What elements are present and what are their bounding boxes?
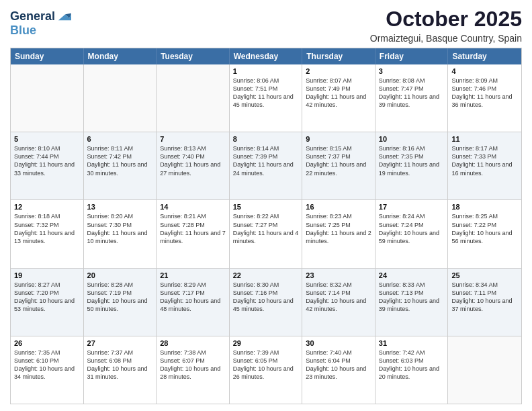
title-block: October 2025 Ormaiztegui, Basque Country… — [370, 7, 522, 44]
calendar-row-2: 12Sunrise: 8:18 AMSunset: 7:32 PMDayligh… — [11, 199, 521, 267]
day-cell-2: 2Sunrise: 8:07 AMSunset: 7:49 PMDaylight… — [302, 64, 375, 132]
day-cell-6: 6Sunrise: 8:11 AMSunset: 7:42 PMDaylight… — [84, 132, 157, 199]
day-number: 10 — [379, 135, 445, 143]
day-number: 18 — [451, 203, 518, 211]
day-number: 20 — [87, 271, 153, 279]
day-number: 7 — [160, 135, 226, 143]
day-number: 11 — [451, 135, 518, 143]
day-info: Sunrise: 8:30 AMSunset: 7:16 PMDaylight:… — [233, 281, 299, 314]
day-cell-28: 28Sunrise: 7:38 AMSunset: 6:07 PMDayligh… — [157, 336, 230, 404]
day-info: Sunrise: 8:24 AMSunset: 7:24 PMDaylight:… — [379, 212, 445, 245]
day-cell-26: 26Sunrise: 7:35 AMSunset: 6:10 PMDayligh… — [11, 336, 84, 404]
day-number: 27 — [87, 339, 153, 347]
day-number: 5 — [14, 135, 80, 143]
logo-blue: Blue — [10, 24, 71, 38]
calendar: SundayMondayTuesdayWednesdayThursdayFrid… — [10, 48, 522, 404]
day-number: 9 — [306, 135, 371, 143]
weekday-header-tuesday: Tuesday — [157, 48, 230, 64]
day-info: Sunrise: 8:28 AMSunset: 7:19 PMDaylight:… — [87, 281, 153, 314]
day-number: 8 — [233, 135, 299, 143]
day-number: 1 — [233, 67, 299, 75]
day-info: Sunrise: 8:08 AMSunset: 7:47 PMDaylight:… — [379, 77, 445, 109]
day-info: Sunrise: 7:38 AMSunset: 6:07 PMDaylight:… — [160, 349, 226, 381]
day-info: Sunrise: 8:09 AMSunset: 7:46 PMDaylight:… — [451, 77, 518, 109]
day-cell-13: 13Sunrise: 8:20 AMSunset: 7:30 PMDayligh… — [84, 200, 157, 267]
day-info: Sunrise: 8:23 AMSunset: 7:25 PMDaylight:… — [306, 212, 371, 245]
day-cell-1: 1Sunrise: 8:06 AMSunset: 7:51 PMDaylight… — [230, 64, 303, 132]
weekday-header-saturday: Saturday — [448, 48, 521, 64]
day-number: 13 — [87, 203, 153, 211]
day-info: Sunrise: 8:27 AMSunset: 7:20 PMDaylight:… — [14, 281, 80, 314]
calendar-row-4: 26Sunrise: 7:35 AMSunset: 6:10 PMDayligh… — [11, 336, 521, 404]
day-cell-7: 7Sunrise: 8:13 AMSunset: 7:40 PMDaylight… — [157, 132, 230, 199]
calendar-row-3: 19Sunrise: 8:27 AMSunset: 7:20 PMDayligh… — [11, 268, 521, 336]
day-number: 21 — [160, 271, 226, 279]
day-number: 16 — [306, 203, 371, 211]
day-number: 30 — [306, 339, 371, 347]
day-number: 6 — [87, 135, 153, 143]
day-info: Sunrise: 7:37 AMSunset: 6:08 PMDaylight:… — [87, 349, 153, 381]
calendar-header: SundayMondayTuesdayWednesdayThursdayFrid… — [11, 48, 521, 64]
day-cell-3: 3Sunrise: 8:08 AMSunset: 7:47 PMDaylight… — [375, 64, 449, 132]
day-cell-11: 11Sunrise: 8:17 AMSunset: 7:33 PMDayligh… — [448, 132, 521, 199]
day-info: Sunrise: 8:15 AMSunset: 7:37 PMDaylight:… — [306, 144, 371, 177]
empty-cell — [448, 336, 521, 404]
day-cell-27: 27Sunrise: 7:37 AMSunset: 6:08 PMDayligh… — [84, 336, 157, 404]
logo-text: General — [10, 10, 55, 24]
empty-cell — [157, 64, 230, 132]
day-cell-31: 31Sunrise: 7:42 AMSunset: 6:03 PMDayligh… — [375, 336, 449, 404]
location-title: Ormaiztegui, Basque Country, Spain — [370, 33, 522, 44]
day-info: Sunrise: 8:21 AMSunset: 7:28 PMDaylight:… — [160, 212, 226, 245]
day-cell-23: 23Sunrise: 8:32 AMSunset: 7:14 PMDayligh… — [302, 269, 375, 336]
weekday-header-monday: Monday — [84, 48, 157, 64]
day-number: 19 — [14, 271, 80, 279]
day-number: 3 — [379, 67, 445, 75]
day-number: 26 — [14, 339, 80, 347]
day-cell-29: 29Sunrise: 7:39 AMSunset: 6:05 PMDayligh… — [230, 336, 303, 404]
day-cell-9: 9Sunrise: 8:15 AMSunset: 7:37 PMDaylight… — [302, 132, 375, 199]
day-cell-8: 8Sunrise: 8:14 AMSunset: 7:39 PMDaylight… — [230, 132, 303, 199]
day-info: Sunrise: 8:25 AMSunset: 7:22 PMDaylight:… — [451, 212, 518, 245]
day-cell-14: 14Sunrise: 8:21 AMSunset: 7:28 PMDayligh… — [157, 200, 230, 267]
day-info: Sunrise: 8:17 AMSunset: 7:33 PMDaylight:… — [451, 144, 518, 177]
day-cell-5: 5Sunrise: 8:10 AMSunset: 7:44 PMDaylight… — [11, 132, 84, 199]
day-info: Sunrise: 8:33 AMSunset: 7:13 PMDaylight:… — [379, 281, 445, 314]
day-info: Sunrise: 8:14 AMSunset: 7:39 PMDaylight:… — [233, 144, 299, 177]
day-number: 25 — [451, 271, 518, 279]
day-number: 15 — [233, 203, 299, 211]
day-info: Sunrise: 8:22 AMSunset: 7:27 PMDaylight:… — [233, 212, 299, 245]
day-info: Sunrise: 7:40 AMSunset: 6:04 PMDaylight:… — [306, 349, 371, 381]
day-number: 2 — [306, 67, 371, 75]
logo-icon — [56, 9, 71, 24]
day-info: Sunrise: 8:07 AMSunset: 7:49 PMDaylight:… — [306, 77, 371, 109]
weekday-header-sunday: Sunday — [11, 48, 84, 64]
day-info: Sunrise: 8:32 AMSunset: 7:14 PMDaylight:… — [306, 281, 371, 314]
day-number: 22 — [233, 271, 299, 279]
calendar-row-1: 5Sunrise: 8:10 AMSunset: 7:44 PMDaylight… — [11, 132, 521, 199]
day-cell-15: 15Sunrise: 8:22 AMSunset: 7:27 PMDayligh… — [230, 200, 303, 267]
day-info: Sunrise: 8:06 AMSunset: 7:51 PMDaylight:… — [233, 77, 299, 109]
day-info: Sunrise: 8:18 AMSunset: 7:32 PMDaylight:… — [14, 212, 80, 245]
day-cell-22: 22Sunrise: 8:30 AMSunset: 7:16 PMDayligh… — [230, 269, 303, 336]
day-info: Sunrise: 8:29 AMSunset: 7:17 PMDaylight:… — [160, 281, 226, 314]
day-cell-18: 18Sunrise: 8:25 AMSunset: 7:22 PMDayligh… — [448, 200, 521, 267]
day-info: Sunrise: 8:10 AMSunset: 7:44 PMDaylight:… — [14, 144, 80, 177]
day-cell-10: 10Sunrise: 8:16 AMSunset: 7:35 PMDayligh… — [375, 132, 449, 199]
day-info: Sunrise: 8:11 AMSunset: 7:42 PMDaylight:… — [87, 144, 153, 177]
day-cell-20: 20Sunrise: 8:28 AMSunset: 7:19 PMDayligh… — [84, 269, 157, 336]
day-info: Sunrise: 8:16 AMSunset: 7:35 PMDaylight:… — [379, 144, 445, 177]
day-number: 14 — [160, 203, 226, 211]
calendar-body: 1Sunrise: 8:06 AMSunset: 7:51 PMDaylight… — [11, 64, 521, 404]
weekday-header-thursday: Thursday — [302, 48, 375, 64]
day-info: Sunrise: 7:39 AMSunset: 6:05 PMDaylight:… — [233, 349, 299, 381]
month-title: October 2025 — [370, 7, 522, 32]
calendar-row-0: 1Sunrise: 8:06 AMSunset: 7:51 PMDaylight… — [11, 64, 521, 132]
day-cell-12: 12Sunrise: 8:18 AMSunset: 7:32 PMDayligh… — [11, 200, 84, 267]
day-info: Sunrise: 8:34 AMSunset: 7:11 PMDaylight:… — [451, 281, 518, 314]
day-number: 29 — [233, 339, 299, 347]
day-number: 4 — [451, 67, 518, 75]
day-cell-24: 24Sunrise: 8:33 AMSunset: 7:13 PMDayligh… — [375, 269, 449, 336]
day-number: 12 — [14, 203, 80, 211]
weekday-header-friday: Friday — [375, 48, 449, 64]
day-cell-17: 17Sunrise: 8:24 AMSunset: 7:24 PMDayligh… — [375, 200, 449, 267]
